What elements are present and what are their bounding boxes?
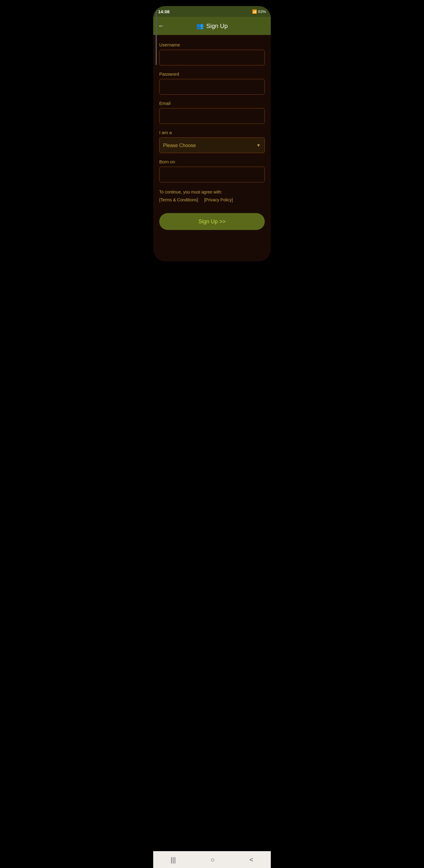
signup-form: Username Password Email I am a Please Ch… — [153, 35, 271, 261]
users-icon: 👥 — [196, 22, 204, 30]
username-input[interactable] — [159, 50, 265, 65]
born-label: Born on — [159, 159, 265, 164]
role-select-wrapper: Please Choose Student Teacher Parent Oth… — [159, 137, 265, 153]
password-group: Password — [159, 71, 265, 95]
email-label: Email — [159, 101, 265, 106]
role-label: I am a — [159, 130, 265, 135]
header-title: 👥 Sign Up — [196, 22, 228, 30]
status-time: 14:08 — [158, 9, 170, 14]
back-arrow-icon: ← — [158, 22, 165, 30]
agreement-text: To continue, you must agree with: — [159, 190, 265, 194]
bottom-navigation: ||| ○ < — [153, 851, 271, 868]
nav-home-button[interactable]: ○ — [204, 854, 222, 866]
born-input[interactable] — [159, 167, 265, 182]
email-input[interactable] — [159, 108, 265, 124]
battery-icon: 63% — [258, 9, 266, 14]
password-label: Password — [159, 71, 265, 76]
agreement-links: [Terms & Conditions] [Privacy Policy] — [159, 197, 265, 202]
role-group: I am a Please Choose Student Teacher Par… — [159, 130, 265, 153]
username-group: Username — [159, 42, 265, 65]
nav-menu-button[interactable]: ||| — [163, 854, 183, 866]
password-input[interactable] — [159, 79, 265, 95]
bottom-spacer — [159, 230, 265, 254]
terms-link[interactable]: [Terms & Conditions] — [159, 197, 198, 202]
nav-back-button[interactable]: < — [242, 854, 261, 866]
page-title: Sign Up — [206, 23, 228, 30]
role-select[interactable]: Please Choose Student Teacher Parent Oth… — [159, 137, 265, 153]
status-bar: 14:08 📶 63% — [153, 6, 271, 17]
scroll-indicator — [156, 6, 157, 65]
back-button[interactable]: ← — [158, 22, 165, 30]
phone-frame: 14:08 📶 63% ← 👥 Sign Up Username Passwor… — [153, 6, 271, 261]
header: ← 👥 Sign Up — [153, 17, 271, 35]
signal-icon: 📶 — [252, 9, 257, 14]
signup-button[interactable]: Sign Up >> — [159, 213, 265, 230]
agreement-section: To continue, you must agree with: [Terms… — [159, 188, 265, 207]
born-group: Born on — [159, 159, 265, 182]
email-group: Email — [159, 101, 265, 124]
privacy-link[interactable]: [Privacy Policy] — [204, 197, 233, 202]
username-label: Username — [159, 42, 265, 47]
status-icons: 📶 63% — [252, 9, 266, 14]
